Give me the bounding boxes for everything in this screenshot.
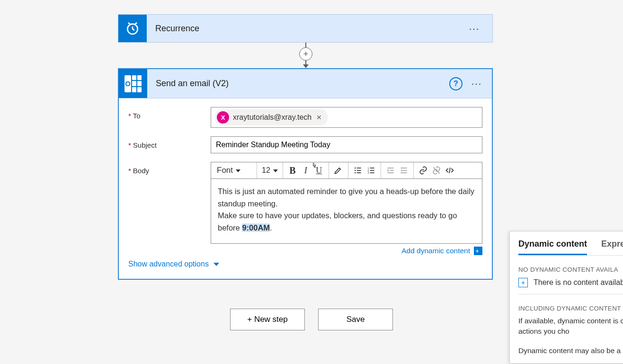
highlight-time: 9:00AM [242, 223, 270, 232]
dyn-plus-icon: + [518, 278, 528, 287]
svg-rect-17 [387, 168, 393, 169]
link-button[interactable] [417, 164, 430, 177]
to-label: *To [128, 107, 211, 120]
svg-line-26 [449, 168, 450, 173]
action-header: O Send an email (V2) ? ··· [119, 69, 492, 98]
bold-button[interactable]: B [286, 164, 299, 177]
svg-marker-24 [400, 169, 402, 172]
trigger-card-recurrence[interactable]: Recurrence ··· [118, 14, 493, 43]
svg-rect-15 [370, 170, 374, 171]
svg-rect-22 [403, 170, 407, 171]
help-button[interactable]: ? [449, 77, 463, 90]
body-label: *Body [128, 162, 211, 175]
svg-rect-9 [356, 170, 361, 171]
dynamic-content-panel: Dynamic content Expres NO DYNAMIC CONTEN… [509, 231, 623, 364]
svg-rect-16 [370, 172, 374, 173]
svg-rect-19 [387, 172, 393, 173]
to-input[interactable]: X xraytutorials@xray.tech ✕ [211, 107, 482, 128]
remove-recipient-button[interactable]: ✕ [315, 114, 323, 121]
add-dynamic-plus-icon[interactable]: + [474, 247, 482, 255]
number-list-button[interactable]: 123 [365, 164, 378, 177]
body-paragraph-2: Make sure to have your updates, blockers… [218, 210, 475, 234]
svg-rect-21 [400, 168, 407, 169]
underline-button[interactable]: U [312, 164, 326, 177]
flow-canvas: Recurrence ··· + O Send an email (V2) ? … [0, 0, 623, 364]
body-paragraph-1: This is just an automated reminder to gi… [218, 186, 475, 210]
svg-text:3: 3 [367, 171, 369, 174]
trigger-title: Recurrence [155, 24, 199, 34]
svg-rect-14 [370, 168, 374, 169]
action-title: Send an email (V2) [156, 79, 229, 89]
add-dynamic-content-link[interactable]: Add dynamic content [401, 247, 470, 255]
tab-dynamic-content[interactable]: Dynamic content [518, 239, 587, 255]
action-card-send-email[interactable]: O Send an email (V2) ? ··· *To [118, 68, 493, 280]
outlook-icon: O [119, 69, 147, 98]
avatar: X [217, 111, 229, 124]
recipient-chip: X xraytutorials@xray.tech ✕ [215, 109, 328, 125]
svg-marker-20 [387, 169, 389, 172]
subject-input[interactable] [211, 136, 482, 153]
svg-rect-18 [390, 170, 393, 171]
italic-button[interactable]: I [299, 164, 312, 177]
field-row-to: *To X xraytutorials@xray.tech ✕ [128, 107, 482, 128]
svg-rect-23 [400, 172, 407, 173]
bullet-list-button[interactable] [351, 164, 365, 177]
dyn-section-1-title: NO DYNAMIC CONTENT AVAILA [518, 266, 623, 273]
font-size-picker[interactable]: 12 [260, 166, 280, 175]
indent-button[interactable] [397, 164, 410, 177]
svg-point-5 [355, 168, 356, 169]
field-row-body: *Body Font 12 [128, 162, 482, 255]
svg-rect-10 [356, 172, 361, 173]
code-view-button[interactable] [443, 164, 456, 177]
svg-point-7 [355, 172, 356, 174]
new-step-button[interactable]: + New step [230, 309, 305, 330]
tab-expression[interactable]: Expres [601, 239, 623, 255]
dyn-row-no-content: + There is no content availab [518, 278, 623, 287]
field-row-subject: *Subject [128, 136, 482, 153]
svg-line-4 [135, 23, 137, 24]
clock-icon [118, 15, 147, 42]
dyn-section-2-text: If available, dynamic content is connect… [518, 316, 623, 336]
highlight-button[interactable] [332, 164, 345, 177]
svg-line-2 [133, 29, 134, 30]
svg-line-3 [128, 23, 130, 24]
svg-point-6 [355, 170, 356, 171]
body-editor[interactable]: This is just an automated reminder to gi… [211, 179, 482, 244]
insert-step-button[interactable]: + [299, 47, 312, 61]
font-picker[interactable]: Font [217, 166, 254, 175]
rte-toolbar: Font 12 B I U [211, 162, 482, 179]
unlink-button[interactable] [430, 164, 443, 177]
save-button[interactable]: Save [318, 309, 393, 330]
action-menu-button[interactable]: ··· [467, 78, 486, 89]
action-body: *To X xraytutorials@xray.tech ✕ *Subject [119, 98, 492, 279]
subject-label: *Subject [128, 136, 211, 149]
show-advanced-options-link[interactable]: Show advanced options [128, 260, 219, 268]
dyn-section-2-title: INCLUDING DYNAMIC CONTENT [518, 305, 623, 312]
trigger-menu-button[interactable]: ··· [465, 23, 484, 34]
outdent-button[interactable] [384, 164, 397, 177]
dyn-section-3-text: Dynamic content may also be a [518, 346, 623, 356]
svg-rect-8 [356, 168, 361, 169]
chevron-down-icon [214, 263, 219, 266]
recipient-email: xraytutorials@xray.tech [233, 113, 312, 122]
